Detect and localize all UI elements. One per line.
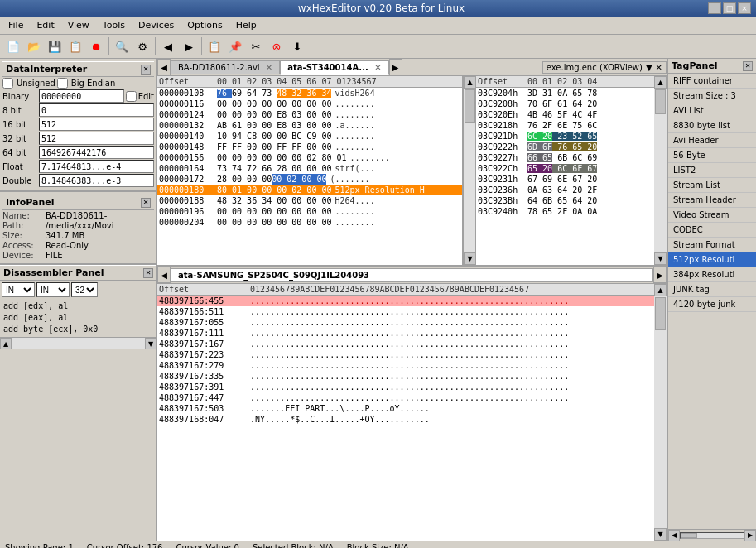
hex-tab-2[interactable]: ata-ST340014A... ✕ (280, 60, 388, 75)
hex-row: 03C9208h 70 6F 61 64 20 (476, 99, 654, 109)
bigendian-checkbox[interactable] (57, 78, 68, 89)
p2-row: 488397167:111 ..........................… (157, 328, 654, 339)
hex-row: 03C9222h 6D 6F 76 65 20 (476, 142, 654, 152)
hex-tab-2-close[interactable]: ✕ (374, 63, 381, 72)
menu-file[interactable]: File (3, 18, 28, 32)
xor-view-label: exe.img.enc (XORView) (547, 63, 643, 72)
16bit-value[interactable] (39, 118, 154, 131)
bottom-tab-next[interactable]: ▶ (653, 267, 667, 283)
tag-item-56byte[interactable]: 56 Byte (668, 148, 756, 163)
hex-panel-1-body: 000000108 76 69 64 73 48 32 36 34 vidsH2… (157, 88, 462, 265)
tag-item-avilist[interactable]: AVI List (668, 103, 756, 118)
disasm-scroll-up[interactable]: ▲ (0, 338, 12, 349)
hex-tab-1-close[interactable]: ✕ (266, 63, 272, 72)
unsigned-checkbox[interactable] (2, 78, 13, 89)
p2-scroll-thumb[interactable] (655, 297, 666, 330)
tag-item-codec[interactable]: CODEC (668, 223, 756, 238)
tag-item-streamsize[interactable]: Stream Size : 3 (668, 89, 756, 103)
stop-button[interactable]: ⊗ (267, 36, 287, 56)
download-button[interactable]: ⬇ (287, 36, 307, 56)
tag-item-streamlist[interactable]: Stream List (668, 178, 756, 193)
64bit-value[interactable] (39, 146, 154, 159)
hex-tab-1[interactable]: BA-DD180611-2.avi ✕ (171, 60, 280, 74)
p2-scroll-up[interactable]: ▲ (654, 284, 667, 296)
close-button[interactable]: × (738, 2, 751, 14)
disasm-mode3-select[interactable]: 32 (71, 282, 98, 297)
p1-scroll-thumb[interactable] (465, 89, 475, 123)
tag-item-aviheader[interactable]: Avi Header (668, 133, 756, 148)
tag-item-junktag[interactable]: JUNK tag (668, 282, 756, 297)
menu-tools[interactable]: Tools (98, 18, 130, 32)
back-button[interactable]: ◀ (158, 36, 178, 56)
xor-view-dropdown[interactable]: ▼ (646, 63, 652, 72)
disasm-scroll-down[interactable]: ▼ (145, 338, 156, 349)
save-button[interactable]: 💾 (45, 36, 65, 56)
bottom-tab-prev[interactable]: ◀ (157, 267, 171, 283)
di-64bit-row: 64 bit (2, 146, 154, 159)
tag-item-list2[interactable]: LIST2 (668, 163, 756, 178)
tag-scroll-right[interactable]: ▶ (744, 530, 756, 541)
disasm-mode2-select[interactable]: IN (36, 282, 70, 297)
64bit-label: 64 bit (2, 148, 37, 157)
forward-button[interactable]: ▶ (179, 36, 199, 56)
p3-scroll-thumb[interactable] (655, 89, 666, 114)
info-size-row: Size: 341.7 MB (2, 231, 154, 240)
info-panel-title: InfoPanel (6, 197, 55, 208)
menu-view[interactable]: View (63, 18, 94, 32)
paste-button[interactable]: 📌 (225, 36, 245, 56)
minimize-button[interactable]: _ (708, 2, 721, 14)
double-value[interactable] (39, 174, 154, 187)
info-path-key: Path: (2, 221, 46, 230)
findnext-button[interactable]: ⚙ (132, 36, 152, 56)
hex-row: 03C921Dh 6C 20 23 52 65 (476, 131, 654, 142)
data-interpreter-close[interactable]: ✕ (141, 65, 151, 75)
xor-view-tab[interactable]: exe.img.enc (XORView) ▼ ✕ (542, 61, 667, 74)
p1-scroll-up[interactable]: ▲ (464, 76, 476, 89)
tag-item-streamheader[interactable]: Stream Header (668, 193, 756, 208)
tag-item-streamformat[interactable]: Stream Format (668, 238, 756, 252)
window-controls[interactable]: _ □ × (708, 2, 751, 14)
tag-scroll-left[interactable]: ◀ (668, 530, 680, 541)
tab-next-arrow[interactable]: ▶ (389, 59, 402, 75)
record-button[interactable]: ⏺ (86, 36, 106, 56)
cut-button[interactable]: ✂ (246, 36, 266, 56)
xor-view-close[interactable]: ✕ (656, 63, 662, 72)
bottom-tab-active[interactable]: ata-SAMSUNG_SP2504C_S09QJ1IL204093 (171, 268, 653, 282)
tag-item-384px[interactable]: 384px Resoluti (668, 267, 756, 282)
find-button[interactable]: 🔍 (112, 36, 132, 56)
float-value[interactable] (39, 160, 154, 173)
p1-scroll-down[interactable]: ▼ (464, 252, 476, 265)
tab-prev-arrow[interactable]: ◀ (157, 59, 171, 75)
selected-block: Selected Block: N/A (253, 543, 334, 548)
disassembler-close[interactable]: ✕ (143, 268, 153, 278)
p3-scroll-down[interactable]: ▼ (654, 252, 667, 265)
binary-value[interactable] (39, 89, 124, 103)
status-bar: Showing Page: 1 Cursor Offset: 176 Curso… (0, 541, 756, 548)
maximize-button[interactable]: □ (723, 2, 736, 14)
tag-item-videostream[interactable]: Video Stream (668, 208, 756, 223)
32bit-value[interactable] (39, 132, 154, 145)
edit-checkbox[interactable] (126, 91, 137, 102)
menu-help[interactable]: Help (231, 18, 262, 32)
p3-scroll-up[interactable]: ▲ (654, 76, 667, 89)
hex-row: 000000124 00 00 00 00 E8 03 00 00 ......… (157, 109, 462, 120)
menu-devices[interactable]: Devices (133, 18, 179, 32)
float-label: Float (2, 162, 37, 171)
disasm-mode1-select[interactable]: IN (2, 282, 35, 297)
info-panel-close[interactable]: ✕ (141, 198, 151, 208)
p2-scroll-down[interactable]: ▼ (654, 528, 667, 541)
tag-scroll-thumb[interactable] (681, 533, 697, 538)
tag-item-4120junk[interactable]: 4120 byte junk (668, 297, 756, 312)
menu-options[interactable]: Options (182, 18, 227, 32)
8bit-value[interactable] (39, 103, 154, 117)
tag-item-512px[interactable]: 512px Resoluti (668, 252, 756, 267)
menu-edit[interactable]: Edit (31, 18, 59, 32)
saveas-button[interactable]: 📋 (65, 36, 85, 56)
copy-button[interactable]: 📋 (205, 36, 224, 56)
tag-item-8830[interactable]: 8830 byte list (668, 118, 756, 133)
tag-item-riff[interactable]: RIFF container (668, 74, 756, 89)
center-area: ◀ BA-DD180611-2.avi ✕ ata-ST340014A... ✕… (157, 59, 667, 541)
open-button[interactable]: 📂 (24, 36, 44, 56)
tag-panel-close[interactable]: ✕ (743, 61, 753, 71)
new-button[interactable]: 📄 (3, 36, 23, 56)
